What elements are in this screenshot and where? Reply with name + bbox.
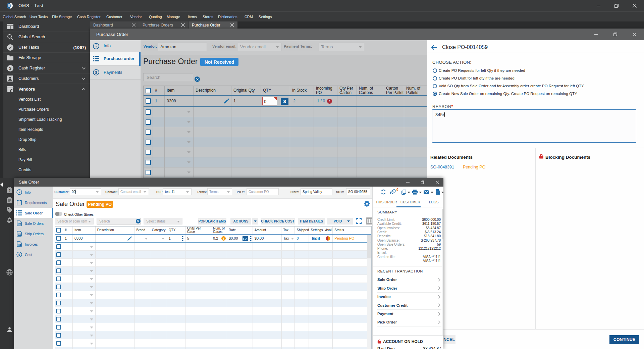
tasks-clipboard-icon[interactable]	[6, 197, 13, 203]
menu-manage[interactable]: Manage	[167, 12, 180, 22]
sidebar-item-credits[interactable]: Credits	[18, 165, 90, 175]
row-checkbox[interactable]	[56, 325, 61, 330]
po-table-empty-row[interactable]	[144, 157, 432, 167]
po-table-empty-row[interactable]	[144, 127, 432, 137]
menu-customer[interactable]: Customer	[106, 12, 122, 22]
tab-dashboard[interactable]: Dashboard	[90, 21, 139, 29]
row-checkbox[interactable]	[146, 130, 151, 135]
row-checkbox[interactable]	[56, 277, 61, 281]
so-terms-input[interactable]: Terms	[207, 188, 232, 195]
sidebar-item-vendors[interactable]: Vendors	[3, 84, 90, 94]
globe-icon[interactable]	[6, 269, 13, 276]
popular-items-button[interactable]: POPULAR ITEMS	[198, 218, 226, 225]
po-search-input[interactable]: Search	[143, 73, 193, 81]
qty-kebab-icon[interactable]	[182, 236, 183, 241]
so-table-empty-row[interactable]	[55, 331, 371, 339]
tag-icon[interactable]	[6, 207, 13, 213]
related-doc-link[interactable]: SO-0048391	[430, 165, 454, 169]
radio-create-new-sale-order[interactable]	[433, 92, 437, 96]
po-close-button[interactable]	[629, 30, 639, 39]
sidebar-item-global-search[interactable]: Global Search	[3, 32, 90, 42]
close-panel-options-2-label[interactable]: Void SO Qty from Sale Order and for Asse…	[439, 84, 584, 88]
edit-description-pencil-icon[interactable]	[223, 98, 229, 104]
item-dropdown-icon[interactable]	[187, 131, 191, 133]
item-dropdown-icon[interactable]	[187, 161, 191, 163]
po-payment-terms-input[interactable]: Terms	[319, 43, 364, 51]
so-store-input[interactable]: Spring Valley	[301, 188, 332, 195]
so-tab-customer[interactable]: CUSTOMER	[400, 200, 420, 204]
so-table-empty-row[interactable]	[55, 307, 371, 315]
select-all-checkbox[interactable]	[146, 88, 151, 93]
radio-create-po-requests[interactable]	[433, 68, 437, 73]
print-icon[interactable]	[412, 190, 418, 195]
select-all-checkbox[interactable]	[56, 228, 61, 233]
so-scan-input[interactable]: Search or scan item	[55, 218, 94, 225]
rate-la-badge[interactable]: LA	[243, 236, 248, 241]
so-so-input[interactable]: SO-0049255	[346, 188, 370, 195]
row-checkbox[interactable]	[146, 140, 151, 145]
menu-stores[interactable]: Stores	[203, 12, 213, 22]
item-dropdown-icon[interactable]	[187, 171, 191, 173]
item-dropdown-icon[interactable]	[90, 343, 93, 345]
item-dropdown-icon[interactable]	[90, 294, 93, 296]
copy-caret-icon[interactable]	[408, 192, 410, 193]
so-search-input[interactable]: Search	[97, 218, 141, 225]
user-icon[interactable]	[6, 326, 13, 333]
po-table-empty-row[interactable]	[144, 107, 432, 117]
scrollbar-thumb[interactable]	[367, 235, 371, 258]
item-dropdown-icon[interactable]	[90, 246, 93, 248]
radio-create-po-draft[interactable]	[433, 76, 437, 81]
sidebar-item-item-receipts[interactable]: Item Receipts	[18, 124, 90, 135]
row-checkbox[interactable]	[56, 268, 61, 273]
so-nav-sale-order[interactable]: Sale Order	[14, 208, 53, 218]
actions-button[interactable]: ACTIONS	[230, 218, 251, 225]
so-table-empty-row[interactable]	[55, 275, 371, 283]
so-nav-sale-orders[interactable]: SO Sale Orders	[14, 218, 53, 229]
tab-close-icon[interactable]	[132, 23, 136, 27]
close-panel-options-0-label[interactable]: Create PO Requests for left Qty if they …	[439, 68, 525, 72]
so-customer-input[interactable]: 00	[70, 188, 101, 195]
document-icon[interactable]	[436, 189, 440, 195]
row-checkbox[interactable]	[56, 309, 61, 313]
recent-invoice[interactable]: Invoice	[377, 293, 441, 301]
so-table-empty-row[interactable]	[55, 267, 371, 275]
item-dropdown-icon[interactable]	[187, 111, 191, 113]
tab-close-icon[interactable]	[230, 23, 234, 27]
row-checkbox[interactable]	[56, 252, 61, 257]
row-checkbox[interactable]	[56, 301, 61, 305]
check-other-stores-toggle[interactable]	[55, 212, 62, 216]
po-table-row[interactable]: 1 0308 1 0 S 2 1 / 0 !	[144, 96, 432, 107]
gear-icon[interactable]	[6, 217, 13, 223]
so-restore-button[interactable]	[418, 178, 427, 186]
so-settings-gear-icon[interactable]	[364, 201, 370, 207]
actions-caret-button[interactable]	[252, 218, 258, 225]
sidebar-item-file-storage[interactable]: File Storage	[3, 53, 90, 63]
close-panel-options-1-label[interactable]: Create PO Draft for left qty if the are …	[439, 76, 515, 80]
so-contact-input[interactable]: Contact email	[118, 188, 149, 195]
so-table-empty-row[interactable]	[55, 323, 371, 331]
so-table-empty-row[interactable]	[55, 291, 371, 299]
check-price-cost-button[interactable]: CHECK PRICE COST	[261, 218, 295, 225]
so-table-empty-row[interactable]	[55, 259, 371, 267]
tab-close-icon[interactable]	[181, 23, 185, 27]
document-caret-icon[interactable]	[441, 192, 443, 193]
item-dropdown-icon[interactable]	[90, 270, 93, 272]
item-dropdown-icon[interactable]	[90, 335, 93, 337]
menu-items[interactable]: Items	[188, 12, 197, 22]
so-table-row[interactable]: 1 0308 1 5 0.2 ! $0.00 LA $0.00 Tax 0 Ed…	[55, 235, 371, 243]
item-dropdown-icon[interactable]	[90, 302, 93, 304]
item-dropdown-icon[interactable]	[90, 310, 93, 312]
sidebar-item-bills[interactable]: Bills	[18, 145, 90, 155]
category-dropdown-icon[interactable]	[162, 238, 164, 240]
item-dropdown-icon[interactable]	[90, 278, 93, 280]
copy-icon[interactable]	[401, 190, 406, 195]
so-minimize-button[interactable]	[403, 178, 413, 186]
so-table-scrollbar[interactable]	[367, 235, 371, 349]
item-dropdown-icon[interactable]	[90, 318, 93, 320]
app-restore-button[interactable]	[609, 0, 624, 11]
sidebar-scrollbar[interactable]	[442, 209, 443, 335]
menu-crm[interactable]: CRM	[245, 12, 253, 22]
so-table-empty-row[interactable]	[55, 243, 371, 251]
po-nav-payments[interactable]: $ Payments	[90, 66, 141, 80]
item-dropdown-icon[interactable]	[90, 286, 93, 288]
